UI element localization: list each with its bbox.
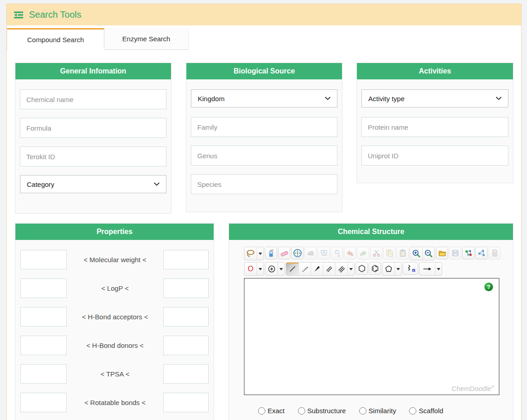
tpsa-min-input[interactable] bbox=[20, 364, 67, 384]
properties-title: Properties bbox=[15, 224, 214, 240]
rotatable-bonds-max-input[interactable] bbox=[163, 393, 209, 412]
page-header: Search Tools bbox=[7, 4, 521, 25]
center-tool-icon bbox=[293, 249, 302, 258]
element-o-button[interactable]: O bbox=[244, 263, 257, 275]
molecule-templates-icon bbox=[464, 249, 473, 258]
chain-button[interactable]: n bbox=[403, 262, 418, 275]
chain-n-label: n bbox=[412, 266, 415, 273]
scaffold-radio[interactable] bbox=[409, 407, 416, 415]
zoom-out-button[interactable] bbox=[422, 247, 434, 260]
rotatable-bonds-min-input[interactable] bbox=[20, 393, 67, 412]
hbond-acceptors-min-input[interactable] bbox=[20, 307, 67, 327]
charge-dropdown-caret[interactable] bbox=[278, 263, 284, 275]
element-dropdown-caret[interactable] bbox=[257, 263, 264, 275]
substructure-radio[interactable] bbox=[298, 407, 305, 415]
cut-button[interactable] bbox=[370, 247, 382, 259]
double-bond-button[interactable] bbox=[323, 263, 335, 275]
mode-scaffold: Scaffold bbox=[409, 407, 443, 415]
molecular-weight-max-input[interactable] bbox=[163, 250, 209, 269]
hash-bond-button[interactable] bbox=[298, 263, 311, 275]
cyclopentane-button[interactable] bbox=[382, 263, 395, 275]
family-input[interactable] bbox=[191, 117, 337, 137]
eraser-button[interactable] bbox=[278, 247, 290, 259]
charge-button[interactable] bbox=[265, 263, 278, 275]
single-bond-button[interactable] bbox=[286, 263, 298, 275]
ring-flip-icon bbox=[332, 249, 342, 258]
open-folder-icon bbox=[438, 249, 447, 258]
chain-icon bbox=[405, 264, 411, 273]
exact-radio[interactable] bbox=[258, 407, 265, 415]
tab-bar: Compound Search Enzyme Search bbox=[7, 28, 521, 50]
terokit-id-input[interactable] bbox=[20, 147, 166, 166]
protein-name-input[interactable] bbox=[361, 117, 508, 137]
page-title: Search Tools bbox=[29, 10, 81, 20]
kingdom-select[interactable]: Kingdom bbox=[191, 89, 337, 107]
sketcher-toolbar-row2: O bbox=[244, 262, 442, 276]
center-button[interactable] bbox=[291, 247, 303, 259]
caret-down-icon bbox=[259, 268, 262, 270]
properties-panel: Properties < Molecular weight < < LogP <… bbox=[15, 223, 214, 420]
rotatable-bonds-row: < Rotatable bonds < bbox=[20, 393, 209, 412]
save-button[interactable] bbox=[449, 247, 461, 259]
sketcher-canvas[interactable]: ? ChemDoodle® bbox=[244, 278, 499, 395]
activity-type-select[interactable]: Activity type bbox=[361, 89, 508, 107]
triple-bond-icon bbox=[337, 264, 346, 273]
flatten-button[interactable] bbox=[304, 247, 317, 259]
exact-label: Exact bbox=[268, 407, 285, 415]
hbond-donors-row: < H-Bond donors < bbox=[20, 336, 209, 355]
ring-flip-button[interactable] bbox=[331, 247, 343, 259]
arrow-dropdown-caret[interactable] bbox=[435, 263, 442, 275]
3d-view-button[interactable] bbox=[475, 247, 488, 259]
element-o-label: O bbox=[248, 265, 253, 273]
uniprot-id-input[interactable] bbox=[361, 146, 508, 166]
benzene-icon bbox=[371, 264, 380, 273]
hbond-acceptors-label: < H-Bond acceptors < bbox=[67, 313, 163, 321]
search-mode-options: Exact Substructure Similarity Scaffold bbox=[258, 407, 443, 415]
molecule-3d-icon bbox=[477, 249, 486, 258]
cyclohexane-button[interactable] bbox=[356, 262, 368, 275]
templates-button[interactable] bbox=[462, 247, 474, 259]
calculator-button[interactable] bbox=[488, 247, 501, 259]
bond-dropdown-caret[interactable] bbox=[347, 263, 354, 275]
tab-compound-search[interactable]: Compound Search bbox=[7, 28, 104, 50]
hbond-donors-max-input[interactable] bbox=[163, 336, 209, 355]
molecular-weight-row: < Molecular weight < bbox=[20, 250, 209, 269]
help-button[interactable]: ? bbox=[484, 283, 493, 291]
tab-enzyme-search[interactable]: Enzyme Search bbox=[104, 28, 189, 50]
cyclopentane-icon bbox=[384, 264, 393, 273]
biological-source-title: Biological Source bbox=[186, 63, 342, 79]
molecular-weight-min-input[interactable] bbox=[20, 250, 67, 269]
genus-input[interactable] bbox=[191, 146, 337, 166]
open-button[interactable] bbox=[436, 247, 448, 259]
wedge-bond-button[interactable] bbox=[311, 263, 323, 275]
similarity-label: Similarity bbox=[369, 407, 396, 415]
calculator-icon bbox=[490, 249, 499, 258]
hbond-acceptors-max-input[interactable] bbox=[163, 307, 209, 327]
triple-bond-button[interactable] bbox=[335, 263, 347, 275]
ring-rotate-button[interactable] bbox=[317, 247, 330, 259]
copy-button[interactable] bbox=[383, 247, 395, 259]
chemical-name-input[interactable] bbox=[20, 89, 166, 109]
outdent-list-icon bbox=[13, 10, 24, 20]
activities-panel: Activities Activity type bbox=[356, 63, 513, 183]
caret-down-icon bbox=[279, 268, 283, 270]
general-information-title: General Infomation bbox=[15, 63, 171, 79]
tpsa-max-input[interactable] bbox=[163, 364, 209, 384]
logp-min-input[interactable] bbox=[20, 278, 67, 298]
arrow-button[interactable] bbox=[420, 263, 435, 275]
lasso-button[interactable] bbox=[244, 247, 257, 260]
benzene-button[interactable] bbox=[369, 262, 381, 275]
formula-input[interactable] bbox=[20, 118, 166, 138]
paste-button[interactable] bbox=[396, 247, 409, 259]
lasso-dropdown-caret[interactable] bbox=[257, 247, 264, 260]
ring-dropdown-caret[interactable] bbox=[395, 263, 401, 275]
similarity-radio[interactable] bbox=[359, 407, 366, 415]
category-select[interactable]: Category bbox=[20, 175, 166, 193]
zoom-in-button[interactable] bbox=[410, 247, 422, 260]
undo-button[interactable] bbox=[344, 247, 356, 259]
species-input[interactable] bbox=[191, 174, 337, 194]
redo-button[interactable] bbox=[357, 247, 369, 259]
clear-button[interactable] bbox=[265, 247, 277, 259]
logp-max-input[interactable] bbox=[163, 278, 209, 298]
hbond-donors-min-input[interactable] bbox=[20, 336, 67, 355]
